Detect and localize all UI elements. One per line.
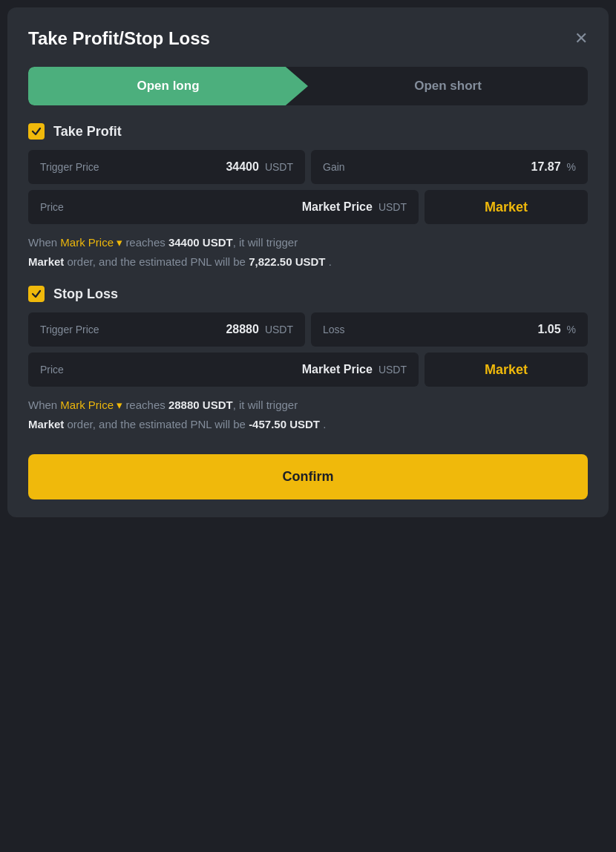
stop-loss-description: When Mark Price ▾ reaches 28880 USDT, it… [28,396,588,433]
take-profit-header: Take Profit [28,123,588,140]
take-profit-checkbox[interactable] [28,123,45,140]
sl-desc-pnl: -457.50 USDT [249,418,320,430]
take-profit-market-button[interactable]: Market [425,190,588,224]
stop-loss-label: Stop Loss [53,286,118,302]
take-profit-trigger-value: 34400 [226,160,259,174]
tp-desc-price: 34400 USDT [168,236,233,249]
modal-container: Take Profit/Stop Loss ✕ Open long Open s… [7,7,609,517]
modal-title: Take Profit/Stop Loss [28,28,210,49]
take-profit-label: Take Profit [53,124,122,140]
stop-loss-trigger-value-row: 28880 USDT [226,323,293,336]
take-profit-section: Take Profit Trigger Price 34400 USDT Gai… [28,123,588,271]
stop-loss-trigger-unit: USDT [265,324,293,335]
stop-loss-section: Stop Loss Trigger Price 28880 USDT Loss … [28,286,588,433]
sl-desc-pre: When [28,399,57,411]
tab-row: Open long Open short [28,67,588,105]
tp-desc-end: . [329,255,332,268]
stop-loss-checkbox[interactable] [28,286,45,302]
tp-desc-reaches: reaches [125,236,165,249]
sl-desc-reaches: reaches [125,399,165,411]
stop-loss-price-row: Price Market Price USDT Market [28,353,588,387]
stop-loss-price-label: Price [40,364,64,376]
close-button[interactable]: ✕ [574,30,588,47]
take-profit-price-box[interactable]: Price Market Price USDT [28,190,419,224]
tp-desc-post: order, and the estimated PNL will be [68,255,246,268]
modal-header: Take Profit/Stop Loss ✕ [28,28,588,49]
take-profit-gain-value-row: 17.87 % [531,160,577,174]
tp-desc-mid: it will trigger [239,236,298,249]
tp-desc-order: Market [28,255,64,268]
take-profit-gain-label: Gain [323,161,345,173]
sl-desc-order: Market [28,418,64,430]
take-profit-trigger-unit: USDT [265,161,293,173]
stop-loss-price-value-row: Market Price USDT [302,363,407,376]
tab-open-short[interactable]: Open short [308,67,588,105]
take-profit-price-label: Price [40,201,64,213]
tp-desc-trigger: Mark Price ▾ [60,236,125,249]
stop-loss-market-label: Market [485,362,528,378]
take-profit-price-value-row: Market Price USDT [302,200,407,214]
stop-loss-price-unit: USDT [379,364,407,376]
take-profit-description: When Mark Price ▾ reaches 34400 USDT, it… [28,233,588,271]
stop-loss-loss-label: Loss [323,324,345,335]
sl-desc-price: 28880 USDT [168,399,233,411]
take-profit-price-value: Market Price [302,200,373,214]
take-profit-trigger-label: Trigger Price [40,161,99,173]
stop-loss-trigger-box[interactable]: Trigger Price 28880 USDT [28,312,305,347]
tp-desc-pre: When [28,236,57,249]
tp-desc-pnl: 7,822.50 USDT [249,255,325,268]
take-profit-price-row: Price Market Price USDT Market [28,190,588,224]
stop-loss-trigger-label: Trigger Price [40,324,99,335]
take-profit-market-label: Market [485,200,528,215]
stop-loss-trigger-row: Trigger Price 28880 USDT Loss 1.05 % [28,312,588,347]
stop-loss-market-button[interactable]: Market [425,353,588,387]
take-profit-gain-value: 17.87 [531,160,561,174]
take-profit-trigger-value-row: 34400 USDT [226,160,293,174]
tab-open-long[interactable]: Open long [28,67,308,105]
stop-loss-loss-unit: % [567,324,576,335]
sl-desc-trigger: Mark Price ▾ [60,399,125,411]
stop-loss-price-value: Market Price [302,363,373,376]
take-profit-gain-unit: % [567,161,576,173]
take-profit-price-unit: USDT [379,201,407,213]
take-profit-trigger-box[interactable]: Trigger Price 34400 USDT [28,150,305,184]
stop-loss-price-box[interactable]: Price Market Price USDT [28,353,419,387]
take-profit-gain-box: Gain 17.87 % [311,150,588,184]
confirm-button[interactable]: Confirm [28,454,588,499]
sl-desc-post: order, and the estimated PNL will be [68,418,246,430]
sl-desc-end: . [323,418,326,430]
take-profit-trigger-row: Trigger Price 34400 USDT Gain 17.87 % [28,150,588,184]
stop-loss-header: Stop Loss [28,286,588,302]
sl-desc-mid: it will trigger [239,399,298,411]
stop-loss-loss-box: Loss 1.05 % [311,312,588,347]
stop-loss-trigger-value: 28880 [226,323,259,336]
stop-loss-loss-value: 1.05 [537,323,560,336]
stop-loss-loss-value-row: 1.05 % [537,323,576,336]
